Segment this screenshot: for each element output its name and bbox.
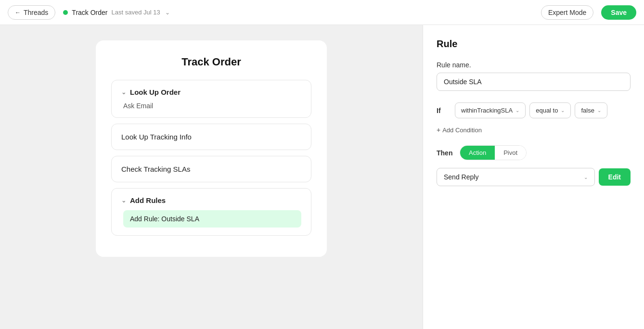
action-pivot-tabs: Action Pivot <box>460 145 527 160</box>
action-dropdown[interactable]: Send Reply ⌄ <box>437 168 595 186</box>
add-condition-label: Add Condition <box>442 127 482 134</box>
highlighted-rule-label: Add Rule: Outside SLA <box>130 215 199 223</box>
rule-name-input[interactable] <box>437 73 631 91</box>
saved-label: Last saved Jul 13 <box>112 9 160 16</box>
status-dot-icon <box>63 10 68 15</box>
action-row: Send Reply ⌄ Edit <box>437 168 631 186</box>
flow-container: Track Order ⌄ Look Up Order Ask Email Lo… <box>96 40 327 257</box>
add-rules-content: Add Rule: Outside SLA <box>121 210 301 228</box>
condition-value-dropdown[interactable]: false ⌄ <box>575 102 607 118</box>
condition-field-value: withinTrackingSLA <box>461 107 513 114</box>
tab-action[interactable]: Action <box>460 146 495 160</box>
expert-mode-button[interactable]: Expert Mode <box>541 5 593 20</box>
chevron-down-icon-3: ⌄ <box>515 108 519 113</box>
if-label: If <box>437 107 451 114</box>
flow-canvas: Track Order ⌄ Look Up Order Ask Email Lo… <box>0 25 423 329</box>
track-order-chevron[interactable]: ⌄ <box>164 8 171 17</box>
save-button[interactable]: Save <box>601 5 636 20</box>
flow-title: Track Order <box>111 56 311 68</box>
flow-block-add-rules[interactable]: ⌄ Add Rules Add Rule: Outside SLA <box>111 188 311 236</box>
flow-block-check-tracking-slas[interactable]: Check Tracking SLAs <box>111 156 311 182</box>
check-tracking-slas-label: Check Tracking SLAs <box>121 165 190 173</box>
action-value: Send Reply <box>444 173 478 181</box>
add-rules-header: ⌄ Add Rules <box>121 196 301 204</box>
flow-block-look-up-tracking-info[interactable]: Look Up Tracking Info <box>111 124 311 150</box>
look-up-order-header: ⌄ Look Up Order <box>121 88 301 96</box>
chevron-down-icon-6: ⌄ <box>584 175 588 180</box>
back-arrow-icon: ← <box>15 9 21 16</box>
threads-button[interactable]: ← Threads <box>8 5 55 20</box>
chevron-down-icon-5: ⌄ <box>597 108 601 113</box>
look-up-order-label: Look Up Order <box>130 88 180 96</box>
panel-title: Rule <box>437 38 631 50</box>
ask-email-label: Ask Email <box>123 102 153 110</box>
chevron-down-icon-4: ⌄ <box>561 108 565 113</box>
chevron-down-icon-2: ⌄ <box>121 197 126 204</box>
threads-label: Threads <box>24 9 48 16</box>
add-rules-label: Add Rules <box>130 196 166 204</box>
condition-value-value: false <box>581 107 594 114</box>
then-row: Then Action Pivot <box>437 145 631 160</box>
flow-block-look-up-order[interactable]: ⌄ Look Up Order Ask Email <box>111 80 311 118</box>
plus-icon: + <box>437 126 440 134</box>
look-up-order-content: Ask Email <box>121 102 301 110</box>
edit-button[interactable]: Edit <box>599 168 631 186</box>
condition-field-dropdown[interactable]: withinTrackingSLA ⌄ <box>455 102 526 118</box>
track-order-title: Track Order <box>72 9 107 16</box>
rule-name-label: Rule name. <box>437 61 631 69</box>
condition-operator-value: equal to <box>536 107 558 114</box>
condition-operator-dropdown[interactable]: equal to ⌄ <box>529 102 571 118</box>
add-condition-button[interactable]: + Add Condition <box>437 124 631 136</box>
if-row: If withinTrackingSLA ⌄ equal to ⌄ false … <box>437 102 631 118</box>
look-up-tracking-info-label: Look Up Tracking Info <box>121 133 192 141</box>
tab-pivot[interactable]: Pivot <box>495 146 526 160</box>
chevron-down-icon: ⌄ <box>121 89 126 96</box>
highlighted-rule-item[interactable]: Add Rule: Outside SLA <box>123 210 301 228</box>
main-layout: Track Order ⌄ Look Up Order Ask Email Lo… <box>0 25 644 329</box>
right-panel: Rule Rule name. If withinTrackingSLA ⌄ e… <box>423 25 644 329</box>
track-order-badge: Track Order Last saved Jul 13 ⌄ <box>63 8 170 17</box>
top-bar: ← Threads Track Order Last saved Jul 13 … <box>0 0 644 25</box>
then-label: Then <box>437 149 456 157</box>
